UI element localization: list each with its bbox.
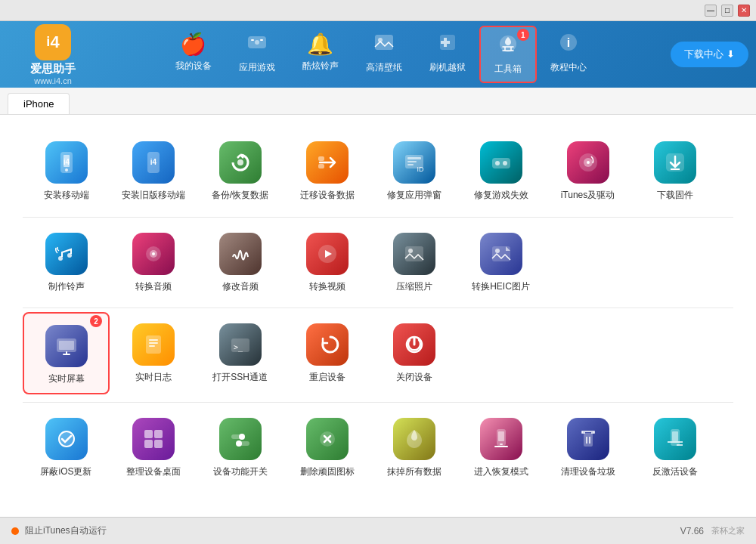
nav-item-tutorial[interactable]: i 教程中心	[537, 26, 600, 83]
svg-rect-55	[144, 440, 153, 448]
download-firmware-icon	[654, 141, 696, 184]
tool-wipe-data[interactable]: 抹掉所有数据	[370, 406, 457, 486]
modify-audio-label: 修改音频	[222, 281, 259, 293]
make-ringtone-label: 制作铃声	[48, 281, 85, 293]
main-content: i4 安装移动端 i4 安装旧版移动端 备份/恢复数据 迁移设备数据 ID	[0, 115, 756, 517]
realtime-log-label: 实时日志	[135, 372, 172, 384]
tool-download-firmware[interactable]: 下载固件	[631, 130, 718, 209]
restart-device-label: 重启设备	[309, 372, 345, 384]
convert-heic-label: 转换HEIC图片	[472, 281, 530, 293]
tool-realtime-screen[interactable]: 2 实时屏幕	[23, 312, 110, 394]
tool-fix-crash[interactable]: ID 修复应用弹窗	[370, 130, 457, 209]
tool-convert-audio[interactable]: 转换音频	[110, 221, 197, 301]
tool-row-1: i4 安装移动端 i4 安装旧版移动端 备份/恢复数据 迁移设备数据 ID	[23, 130, 733, 209]
jailbreak-label: 刷机越狱	[429, 61, 466, 74]
compress-photo-label: 压缩照片	[396, 281, 432, 293]
tool-make-ringtone[interactable]: 制作铃声	[23, 221, 110, 301]
svg-rect-44	[146, 335, 161, 354]
modify-audio-icon	[219, 233, 262, 275]
tool-deactivate[interactable]: 反激活设备	[631, 406, 718, 486]
svg-rect-24	[492, 158, 510, 168]
maximize-button[interactable]: □	[721, 5, 733, 17]
nav-item-jailbreak[interactable]: 刷机越狱	[416, 26, 479, 83]
organize-desktop-icon	[132, 418, 175, 460]
tool-install-old[interactable]: i4 安装旧版移动端	[110, 130, 197, 209]
status-bar: 阻止iTunes自动运行 V7.66 茶杯之家	[0, 517, 756, 544]
svg-point-58	[239, 434, 245, 440]
tool-itunes-driver[interactable]: iTunes及驱动	[544, 130, 631, 209]
toolbox-label: 工具箱	[494, 63, 522, 76]
logo-area: i4 爱思助手 www.i4.cn	[8, 24, 98, 85]
svg-rect-54	[154, 430, 163, 438]
delete-stubborn-icon	[306, 418, 349, 460]
tool-row-2: 制作铃声 转换音频 修改音频 转换视频 压缩照片	[23, 221, 733, 301]
svg-point-36	[152, 252, 155, 255]
nav-item-my-device[interactable]: 🍎 我的设备	[162, 26, 225, 83]
tool-shutdown[interactable]: 关闭设备	[370, 312, 457, 394]
title-bar: — □ ✕	[0, 0, 756, 21]
nav-item-ringtone[interactable]: 🔔 酷炫铃声	[289, 26, 352, 83]
fix-crash-icon: ID	[393, 141, 435, 184]
download-button[interactable]: 下载中心 ⬇	[671, 42, 748, 67]
tool-migrate-data[interactable]: 迁移设备数据	[284, 130, 370, 209]
website: www.i4.cn	[34, 76, 72, 85]
shutdown-label: 关闭设备	[396, 372, 432, 384]
tool-realtime-log[interactable]: 实时日志	[110, 312, 197, 394]
tool-restart-device[interactable]: 重启设备	[284, 312, 370, 394]
realtime-screen-label: 实时屏幕	[48, 373, 85, 385]
itunes-driver-label: iTunes及驱动	[561, 190, 615, 202]
tool-organize-desktop[interactable]: 整理设备桌面	[110, 406, 197, 486]
nav-item-wallpaper[interactable]: 高清壁纸	[352, 26, 416, 83]
install-app-label: 安装移动端	[44, 190, 89, 202]
backup-restore-label: 备份/恢复数据	[212, 190, 268, 202]
tool-block-ios-update[interactable]: 屏蔽iOS更新	[23, 406, 110, 486]
recovery-mode-label: 进入恢复模式	[474, 466, 528, 478]
tool-convert-heic[interactable]: 转换HEIC图片	[457, 221, 544, 301]
tool-install-app[interactable]: i4 安装移动端	[23, 130, 110, 209]
realtime-log-icon	[132, 323, 175, 366]
version-text: V7.66	[680, 526, 704, 536]
tool-fix-game[interactable]: 修复游戏失效	[457, 130, 544, 209]
minimize-button[interactable]: —	[705, 5, 717, 17]
tool-device-features[interactable]: 设备功能开关	[197, 406, 284, 486]
svg-point-39	[408, 249, 413, 253]
wipe-data-icon	[393, 418, 435, 460]
recovery-mode-icon	[480, 418, 522, 460]
wallpaper-icon	[373, 32, 395, 58]
tool-open-ssh[interactable]: >_ 打开SSH通道	[197, 312, 284, 394]
toolbox-icon	[497, 33, 519, 60]
wipe-data-label: 抹掉所有数据	[387, 466, 442, 478]
status-left: 阻止iTunes自动运行	[11, 524, 107, 537]
fix-game-label: 修复游戏失效	[474, 190, 528, 202]
ringtone-icon: 🔔	[307, 32, 333, 57]
svg-point-41	[495, 249, 500, 253]
tool-backup-restore[interactable]: 备份/恢复数据	[197, 130, 284, 209]
svg-rect-4	[375, 35, 393, 50]
tool-row-4: 屏蔽iOS更新 整理设备桌面 设备功能开关 删除顽固图标 抹掉所有数据	[23, 406, 733, 486]
svg-point-25	[495, 161, 500, 165]
tool-clean-junk[interactable]: 清理设备垃圾	[544, 406, 631, 486]
install-old-label: 安装旧版移动端	[122, 190, 185, 202]
tool-compress-photo[interactable]: 压缩照片	[370, 221, 457, 301]
toolbox-badge: 1	[517, 29, 529, 41]
divider-2	[23, 308, 733, 308]
tab-iphone[interactable]: iPhone	[8, 93, 70, 114]
app-name: 爱思助手	[30, 62, 76, 76]
svg-rect-22	[407, 164, 414, 165]
close-button[interactable]: ✕	[738, 5, 750, 17]
install-old-icon: i4	[132, 141, 175, 184]
svg-rect-2	[260, 39, 263, 41]
tool-recovery-mode[interactable]: 进入恢复模式	[457, 406, 544, 486]
organize-desktop-label: 整理设备桌面	[126, 466, 181, 478]
svg-rect-18	[318, 164, 324, 168]
header: i4 爱思助手 www.i4.cn 🍎 我的设备 应用游戏 🔔 酷炫铃声 高	[0, 21, 756, 88]
tool-convert-video[interactable]: 转换视频	[284, 221, 370, 301]
tool-modify-audio[interactable]: 修改音频	[197, 221, 284, 301]
svg-point-33	[67, 253, 72, 258]
tool-delete-stubborn[interactable]: 删除顽固图标	[284, 406, 370, 486]
nav-item-toolbox[interactable]: 1 工具箱	[479, 26, 537, 83]
nav-item-app-game[interactable]: 应用游戏	[225, 26, 289, 83]
svg-text:i4: i4	[150, 158, 156, 166]
divider-1	[23, 217, 733, 218]
svg-rect-65	[584, 433, 593, 447]
